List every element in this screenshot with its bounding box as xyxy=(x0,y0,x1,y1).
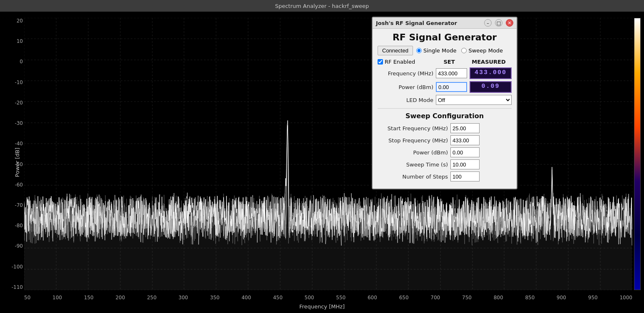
single-mode-label: Single Mode xyxy=(423,47,457,54)
start-freq-input[interactable] xyxy=(450,123,480,133)
x-tick: 450 xyxy=(273,295,283,301)
connected-button[interactable]: Connected xyxy=(378,46,413,55)
y-tick: -90 xyxy=(8,243,23,249)
sweep-title: Sweep Configuration xyxy=(378,108,512,120)
x-tick: 600 xyxy=(368,295,377,301)
y-tick: -80 xyxy=(8,223,23,229)
power-set-input[interactable] xyxy=(436,82,467,92)
y-tick: 10 xyxy=(8,38,23,44)
y-axis: 20100-10-20-30-40-50-60-70-80-90-100-110 xyxy=(8,18,23,290)
single-mode-radio[interactable]: Single Mode xyxy=(416,47,457,54)
maximize-button[interactable]: □ xyxy=(495,19,502,27)
x-tick: 500 xyxy=(305,295,314,301)
rf-signal-generator-dialog: Josh's RF Signal Generator – □ ✕ RF Sign… xyxy=(372,17,517,189)
set-header: SET xyxy=(433,59,466,65)
y-tick: -110 xyxy=(8,284,23,290)
x-tick: 550 xyxy=(336,295,346,301)
sweep-time-row: Sweep Time (s) xyxy=(378,159,512,169)
y-tick: 0 xyxy=(8,59,23,65)
controls-row: Connected Single Mode Sweep Mode xyxy=(378,46,512,55)
frequency-set-input[interactable] xyxy=(436,68,467,78)
spectrum-canvas xyxy=(24,18,632,290)
rf-enabled-label: RF Enabled xyxy=(385,59,433,65)
dialog-title: Josh's RF Signal Generator xyxy=(376,20,457,26)
x-tick: 650 xyxy=(399,295,409,301)
frequency-row: Frequency (MHz) 433.000 xyxy=(378,67,512,79)
sweep-time-input[interactable] xyxy=(450,159,480,169)
x-tick: 150 xyxy=(84,295,94,301)
frequency-measured-display: 433.000 xyxy=(470,67,512,79)
sweep-power-input[interactable] xyxy=(450,147,480,157)
x-axis: 5010015020025030035040045050055060065070… xyxy=(24,295,632,301)
stop-freq-row: Stop Frequency (MHz) xyxy=(378,135,512,145)
stop-freq-input[interactable] xyxy=(450,135,480,145)
sweep-mode-label: Sweep Mode xyxy=(468,47,503,54)
power-row: Power (dBm) 0.09 xyxy=(378,81,512,93)
y-tick: -20 xyxy=(8,100,23,106)
close-button[interactable]: ✕ xyxy=(506,19,513,27)
measured-header: MEASURED xyxy=(466,59,512,65)
y-tick: -100 xyxy=(8,264,23,270)
dialog-body: RF Signal Generator Connected Single Mod… xyxy=(373,29,517,189)
rf-enabled-checkbox[interactable] xyxy=(378,59,383,65)
steps-row: Number of Steps xyxy=(378,171,512,181)
x-tick: 1000 xyxy=(619,295,632,301)
rf-enabled-row: RF Enabled SET MEASURED xyxy=(378,59,512,65)
dialog-titlebar: Josh's RF Signal Generator – □ ✕ xyxy=(373,17,517,29)
x-tick: 200 xyxy=(115,295,125,301)
start-freq-label: Start Frequency (MHz) xyxy=(378,125,450,132)
sweep-mode-radio[interactable]: Sweep Mode xyxy=(461,47,503,54)
spectrum-area: Power [dB] 20100-10-20-30-40-50-60-70-80… xyxy=(0,12,644,313)
y-tick: -10 xyxy=(8,79,23,85)
color-scale xyxy=(634,18,641,290)
frequency-label: Frequency (MHz) xyxy=(378,70,436,77)
x-tick: 850 xyxy=(525,295,535,301)
x-tick: 700 xyxy=(430,295,440,301)
app-title: Spectrum Analyzer - hackrf_sweep xyxy=(275,3,369,9)
y-tick: -60 xyxy=(8,182,23,188)
stop-freq-label: Stop Frequency (MHz) xyxy=(378,137,450,144)
x-tick: 800 xyxy=(494,295,503,301)
x-axis-label: Frequency [MHz] xyxy=(299,303,345,310)
sweep-power-label: Power (dBm) xyxy=(378,149,450,156)
led-mode-row: LED Mode Off On Blink xyxy=(378,95,512,105)
x-tick: 300 xyxy=(179,295,188,301)
y-tick: 20 xyxy=(8,18,23,24)
minimize-button[interactable]: – xyxy=(484,19,492,27)
steps-input[interactable] xyxy=(450,171,480,181)
steps-label: Number of Steps xyxy=(378,174,450,180)
rf-main-title: RF Signal Generator xyxy=(378,32,512,42)
mode-radio-group: Single Mode Sweep Mode xyxy=(416,47,503,54)
x-tick: 400 xyxy=(241,295,251,301)
start-freq-row: Start Frequency (MHz) xyxy=(378,123,512,133)
power-measured-display: 0.09 xyxy=(470,81,512,93)
sweep-mode-input[interactable] xyxy=(461,48,467,53)
x-tick: 350 xyxy=(210,295,220,301)
sweep-power-row: Power (dBm) xyxy=(378,147,512,157)
x-tick: 250 xyxy=(147,295,157,301)
led-mode-select[interactable]: Off On Blink xyxy=(436,95,512,105)
y-tick: -30 xyxy=(8,120,23,126)
sweep-time-label: Sweep Time (s) xyxy=(378,161,450,168)
x-tick: 50 xyxy=(24,295,30,301)
y-tick: -40 xyxy=(8,141,23,147)
x-tick: 100 xyxy=(52,295,62,301)
x-tick: 750 xyxy=(462,295,472,301)
led-mode-label: LED Mode xyxy=(378,97,436,103)
x-tick: 900 xyxy=(557,295,566,301)
power-label: Power (dBm) xyxy=(378,84,436,90)
title-bar: Spectrum Analyzer - hackrf_sweep xyxy=(0,0,644,12)
y-tick: -70 xyxy=(8,202,23,208)
single-mode-input[interactable] xyxy=(416,48,422,53)
x-tick: 950 xyxy=(588,295,598,301)
y-tick: -50 xyxy=(8,161,23,167)
